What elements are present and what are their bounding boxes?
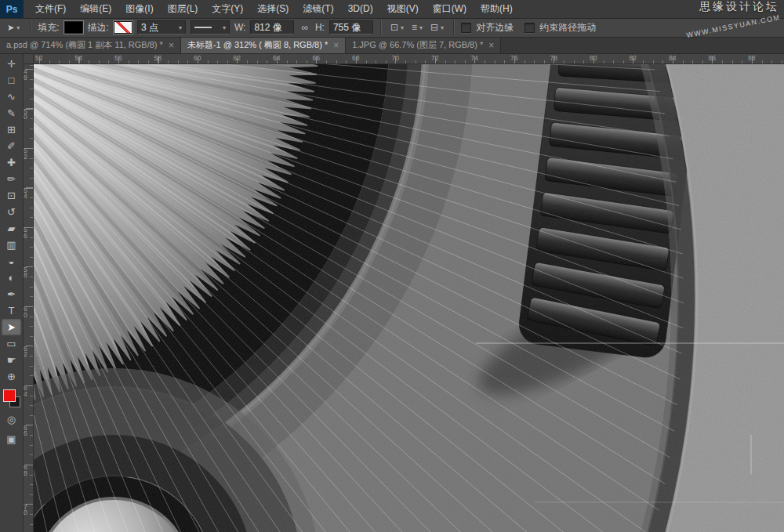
fill-color-swatch[interactable] <box>64 21 83 34</box>
ruler-label: 7 0 <box>24 505 27 516</box>
tab-title: 1.JPG @ 66.7% (图层 7, RGB/8) * <box>352 39 483 51</box>
constrain-path-drag-checkbox[interactable] <box>524 23 535 33</box>
menu-item-8[interactable]: 3D(D) <box>341 0 380 18</box>
ruler-label: 6 6 <box>24 425 27 437</box>
history-brush-tool[interactable]: ↺ <box>2 204 21 220</box>
menu-bar: Ps 文件(F)编辑(E)图像(I)图层(L)文字(Y)选择(S)滤镜(T)3D… <box>0 0 784 19</box>
stroke-type-dropdown[interactable]: ▾ <box>191 20 230 34</box>
ruler-label: 4 8 <box>24 69 27 81</box>
path-arrangement-icon: ⊟ <box>430 22 438 33</box>
menu-item-3[interactable]: 图像(I) <box>118 0 160 18</box>
pen-tool[interactable]: ✒ <box>2 286 21 302</box>
menu-item-11[interactable]: 帮助(H) <box>474 0 520 18</box>
ruler-label: 6 2 <box>24 346 27 358</box>
ruler-label: 74 <box>471 54 478 62</box>
document-tab-bar: a.psd @ 714% (椭圆 1 副本 11, RGB/8) *×未标题-1… <box>0 37 784 54</box>
clone-stamp-tool[interactable]: ⊡ <box>2 187 21 204</box>
canvas-image[interactable] <box>33 63 784 532</box>
stroke-color-swatch[interactable] <box>114 21 132 34</box>
horizontal-ruler[interactable]: 52545658606264666870727476788082848688 <box>23 53 784 64</box>
chevron-down-icon: ▾ <box>401 24 404 31</box>
chevron-down-icon: ▾ <box>179 24 182 31</box>
eraser-tool[interactable]: ▰ <box>2 220 21 237</box>
tab-close-icon[interactable]: × <box>169 40 174 51</box>
tool-preset-picker[interactable]: ➤ ▾ <box>4 22 23 34</box>
gradient-tool[interactable]: ▥ <box>2 237 21 253</box>
tab-close-icon[interactable]: × <box>333 40 339 51</box>
menu-item-4[interactable]: 图层(L) <box>161 0 205 18</box>
ruler-label: 88 <box>748 54 755 62</box>
document-tab-3[interactable]: 1.JPG @ 66.7% (图层 7, RGB/8) *× <box>346 37 501 53</box>
shape-height-value: 755 像 <box>333 21 361 34</box>
healing-brush-tool[interactable]: ✚ <box>2 154 21 171</box>
ruler-label: 68 <box>352 54 359 62</box>
menu-item-6[interactable]: 选择(S) <box>250 0 296 18</box>
shape-height-field[interactable]: 755 像 <box>329 20 373 34</box>
foreground-color-swatch[interactable] <box>3 389 16 402</box>
ruler-label: 5 8 <box>24 267 27 279</box>
path-alignment-button[interactable]: ≡▾ <box>409 21 425 34</box>
ruler-label: 5 4 <box>24 188 27 200</box>
menu-item-10[interactable]: 窗口(W) <box>426 0 474 18</box>
menu-item-5[interactable]: 文字(Y) <box>205 0 250 18</box>
chevron-down-icon: ▾ <box>16 24 20 31</box>
chevron-down-icon: ▾ <box>419 24 423 31</box>
tab-close-icon[interactable]: × <box>488 40 494 51</box>
tools-panel: ✛□∿✎⊞✐✚✏⊡↺▰▥◒◐✒T➤▭☛⊕◎▣ <box>0 53 24 532</box>
hand-tool[interactable]: ☛ <box>2 352 21 368</box>
ruler-label: 5 2 <box>24 148 27 160</box>
quick-mask-button[interactable]: ◎ <box>2 411 21 428</box>
shape-width-value: 812 像 <box>254 21 281 34</box>
path-alignment-icon: ≡ <box>412 22 417 33</box>
ruler-label: 6 4 <box>24 385 27 397</box>
menu-item-9[interactable]: 视图(V) <box>380 0 426 18</box>
ruler-label: 62 <box>234 54 241 62</box>
ruler-label: 5 0 <box>24 109 27 121</box>
canvas-viewport[interactable] <box>33 63 784 532</box>
lasso-tool[interactable]: ∿ <box>2 89 21 105</box>
move-tool[interactable]: ✛ <box>2 56 21 72</box>
color-swatch-control[interactable] <box>2 389 21 408</box>
rectangle-tool[interactable]: ▭ <box>2 335 21 352</box>
link-dimensions-icon[interactable]: ∞ <box>299 21 310 34</box>
brush-tool[interactable]: ✏ <box>2 171 21 187</box>
tool-options-bar: ➤ ▾ 填充: 描边: 3 点 ▾ ▾ W: 812 像 ∞ H: 755 像 … <box>0 18 784 38</box>
document-tab-1[interactable]: a.psd @ 714% (椭圆 1 副本 11, RGB/8) *× <box>0 37 181 53</box>
stroke-width-value: 3 点 <box>141 21 158 34</box>
ruler-corner <box>23 53 34 64</box>
align-edges-checkbox[interactable] <box>461 23 471 33</box>
current-tool-icon: ➤ <box>7 23 14 33</box>
menu-item-7[interactable]: 滤镜(T) <box>296 0 340 18</box>
dodge-tool[interactable]: ◐ <box>2 270 21 286</box>
vertical-ruler[interactable]: 4 85 05 25 45 65 86 06 26 46 66 87 0 <box>23 63 34 532</box>
separator <box>380 20 381 34</box>
path-operations-button[interactable]: ⊡▾ <box>388 21 406 34</box>
menu-item-1[interactable]: 文件(F) <box>28 0 73 18</box>
menu-list: 文件(F)编辑(E)图像(I)图层(L)文字(Y)选择(S)滤镜(T)3D(D)… <box>28 0 520 18</box>
tab-title: a.psd @ 714% (椭圆 1 副本 11, RGB/8) * <box>6 39 163 51</box>
type-tool[interactable]: T <box>2 302 21 319</box>
path-operations-icon: ⊡ <box>390 22 398 33</box>
ruler-label: 54 <box>75 54 82 62</box>
path-selection-tool[interactable]: ➤ <box>2 319 21 335</box>
crop-tool[interactable]: ⊞ <box>2 121 21 138</box>
chevron-down-icon: ▾ <box>223 24 226 31</box>
ruler-major-ticks <box>26 63 33 532</box>
blur-tool[interactable]: ◒ <box>2 253 21 270</box>
marquee-tool[interactable]: □ <box>2 72 21 89</box>
ruler-label: 6 8 <box>24 465 27 476</box>
align-edges-label: 对齐边缘 <box>476 21 514 34</box>
chevron-down-icon: ▾ <box>441 24 444 31</box>
document-tab-2[interactable]: 未标题-1 @ 312% ( 椭圆 8, RGB/8) *× <box>181 37 346 53</box>
zoom-tool[interactable]: ⊕ <box>2 368 21 385</box>
path-arrangement-button[interactable]: ⊟▾ <box>428 21 446 34</box>
eyedropper-tool[interactable]: ✐ <box>2 138 21 154</box>
menu-item-2[interactable]: 编辑(E) <box>73 0 118 18</box>
ruler-label: 78 <box>550 54 557 62</box>
screen-mode-button[interactable]: ▣ <box>2 431 21 447</box>
quick-selection-tool[interactable]: ✎ <box>2 105 21 121</box>
shape-width-field[interactable]: 812 像 <box>250 20 294 34</box>
ruler-label: 60 <box>194 54 201 62</box>
stroke-width-dropdown[interactable]: 3 点 ▾ <box>137 20 186 34</box>
photoshop-window: { "app": { "logo_text": "Ps" }, "waterma… <box>0 0 784 532</box>
